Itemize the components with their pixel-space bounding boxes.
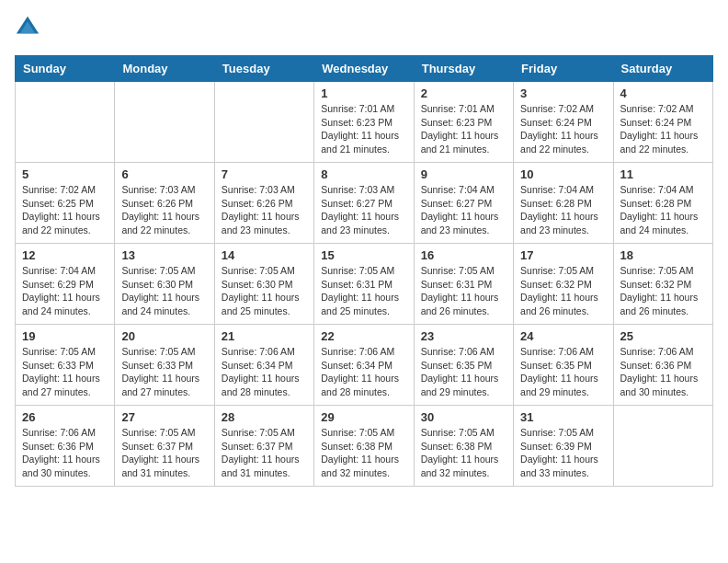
day-info: Sunrise: 7:06 AM Sunset: 6:34 PM Dayligh… — [321, 345, 406, 399]
day-info: Sunrise: 7:04 AM Sunset: 6:27 PM Dayligh… — [421, 183, 506, 237]
calendar-cell: 30Sunrise: 7:05 AM Sunset: 6:38 PM Dayli… — [414, 406, 513, 487]
day-info: Sunrise: 7:05 AM Sunset: 6:30 PM Dayligh… — [222, 264, 307, 318]
day-info: Sunrise: 7:02 AM Sunset: 6:25 PM Dayligh… — [22, 183, 108, 237]
day-info: Sunrise: 7:04 AM Sunset: 6:29 PM Dayligh… — [22, 264, 108, 318]
day-number: 10 — [520, 167, 606, 181]
day-number: 14 — [222, 248, 307, 262]
calendar-cell: 23Sunrise: 7:06 AM Sunset: 6:35 PM Dayli… — [414, 325, 513, 406]
logo — [15, 15, 44, 40]
calendar-cell: 12Sunrise: 7:04 AM Sunset: 6:29 PM Dayli… — [16, 244, 115, 325]
calendar-cell — [16, 82, 115, 163]
day-number: 24 — [520, 329, 606, 343]
calendar-cell — [214, 82, 313, 163]
weekday-header-row: SundayMondayTuesdayWednesdayThursdayFrid… — [16, 56, 713, 82]
day-info: Sunrise: 7:05 AM Sunset: 6:31 PM Dayligh… — [321, 264, 406, 318]
day-info: Sunrise: 7:05 AM Sunset: 6:39 PM Dayligh… — [520, 426, 606, 480]
calendar-cell: 13Sunrise: 7:05 AM Sunset: 6:30 PM Dayli… — [115, 244, 214, 325]
calendar-cell: 4Sunrise: 7:02 AM Sunset: 6:24 PM Daylig… — [613, 82, 712, 163]
logo-icon — [15, 15, 40, 40]
calendar-cell: 6Sunrise: 7:03 AM Sunset: 6:26 PM Daylig… — [115, 163, 214, 244]
day-number: 20 — [121, 329, 207, 343]
day-number: 11 — [620, 167, 706, 181]
calendar-cell: 10Sunrise: 7:04 AM Sunset: 6:28 PM Dayli… — [514, 163, 613, 244]
day-number: 9 — [421, 167, 506, 181]
calendar-cell: 17Sunrise: 7:05 AM Sunset: 6:32 PM Dayli… — [514, 244, 613, 325]
day-number: 1 — [321, 86, 406, 100]
day-number: 18 — [620, 248, 706, 262]
day-info: Sunrise: 7:01 AM Sunset: 6:23 PM Dayligh… — [321, 102, 406, 156]
calendar-cell: 24Sunrise: 7:06 AM Sunset: 6:35 PM Dayli… — [514, 325, 613, 406]
day-number: 28 — [222, 410, 307, 424]
calendar-cell: 26Sunrise: 7:06 AM Sunset: 6:36 PM Dayli… — [16, 406, 115, 487]
weekday-header: Sunday — [16, 56, 115, 82]
calendar-cell: 21Sunrise: 7:06 AM Sunset: 6:34 PM Dayli… — [214, 325, 313, 406]
day-number: 2 — [421, 86, 506, 100]
day-info: Sunrise: 7:06 AM Sunset: 6:35 PM Dayligh… — [520, 345, 606, 399]
calendar-table: SundayMondayTuesdayWednesdayThursdayFrid… — [15, 55, 713, 487]
week-row: 12Sunrise: 7:04 AM Sunset: 6:29 PM Dayli… — [16, 244, 713, 325]
day-number: 5 — [22, 167, 108, 181]
day-number: 22 — [321, 329, 406, 343]
weekday-header: Wednesday — [314, 56, 414, 82]
day-number: 6 — [121, 167, 207, 181]
calendar-cell: 7Sunrise: 7:03 AM Sunset: 6:26 PM Daylig… — [214, 163, 313, 244]
day-info: Sunrise: 7:03 AM Sunset: 6:27 PM Dayligh… — [321, 183, 406, 237]
page-header — [15, 15, 713, 40]
calendar-cell: 22Sunrise: 7:06 AM Sunset: 6:34 PM Dayli… — [314, 325, 414, 406]
day-info: Sunrise: 7:05 AM Sunset: 6:30 PM Dayligh… — [121, 264, 207, 318]
day-number: 16 — [421, 248, 506, 262]
day-info: Sunrise: 7:06 AM Sunset: 6:35 PM Dayligh… — [421, 345, 506, 399]
weekday-header: Monday — [115, 56, 214, 82]
calendar-cell: 11Sunrise: 7:04 AM Sunset: 6:28 PM Dayli… — [613, 163, 712, 244]
day-number: 27 — [121, 410, 207, 424]
week-row: 26Sunrise: 7:06 AM Sunset: 6:36 PM Dayli… — [16, 406, 713, 487]
day-info: Sunrise: 7:06 AM Sunset: 6:36 PM Dayligh… — [620, 345, 706, 399]
day-number: 19 — [22, 329, 108, 343]
day-info: Sunrise: 7:04 AM Sunset: 6:28 PM Dayligh… — [620, 183, 706, 237]
weekday-header: Saturday — [613, 56, 712, 82]
day-number: 12 — [22, 248, 108, 262]
day-number: 13 — [121, 248, 207, 262]
day-info: Sunrise: 7:03 AM Sunset: 6:26 PM Dayligh… — [222, 183, 307, 237]
calendar-cell: 3Sunrise: 7:02 AM Sunset: 6:24 PM Daylig… — [514, 82, 613, 163]
day-info: Sunrise: 7:04 AM Sunset: 6:28 PM Dayligh… — [520, 183, 606, 237]
week-row: 19Sunrise: 7:05 AM Sunset: 6:33 PM Dayli… — [16, 325, 713, 406]
calendar-cell: 2Sunrise: 7:01 AM Sunset: 6:23 PM Daylig… — [414, 82, 513, 163]
day-info: Sunrise: 7:05 AM Sunset: 6:31 PM Dayligh… — [421, 264, 506, 318]
calendar-cell: 19Sunrise: 7:05 AM Sunset: 6:33 PM Dayli… — [16, 325, 115, 406]
weekday-header: Friday — [514, 56, 613, 82]
calendar-cell: 1Sunrise: 7:01 AM Sunset: 6:23 PM Daylig… — [314, 82, 414, 163]
calendar-cell: 31Sunrise: 7:05 AM Sunset: 6:39 PM Dayli… — [514, 406, 613, 487]
day-number: 8 — [321, 167, 406, 181]
day-number: 17 — [520, 248, 606, 262]
calendar-cell: 5Sunrise: 7:02 AM Sunset: 6:25 PM Daylig… — [16, 163, 115, 244]
calendar-cell: 15Sunrise: 7:05 AM Sunset: 6:31 PM Dayli… — [314, 244, 414, 325]
day-info: Sunrise: 7:05 AM Sunset: 6:38 PM Dayligh… — [321, 426, 406, 480]
calendar-cell: 29Sunrise: 7:05 AM Sunset: 6:38 PM Dayli… — [314, 406, 414, 487]
week-row: 5Sunrise: 7:02 AM Sunset: 6:25 PM Daylig… — [16, 163, 713, 244]
weekday-header: Thursday — [414, 56, 513, 82]
day-number: 31 — [520, 410, 606, 424]
calendar-cell: 18Sunrise: 7:05 AM Sunset: 6:32 PM Dayli… — [613, 244, 712, 325]
calendar-cell: 14Sunrise: 7:05 AM Sunset: 6:30 PM Dayli… — [214, 244, 313, 325]
day-info: Sunrise: 7:05 AM Sunset: 6:32 PM Dayligh… — [520, 264, 606, 318]
day-info: Sunrise: 7:05 AM Sunset: 6:32 PM Dayligh… — [620, 264, 706, 318]
day-info: Sunrise: 7:05 AM Sunset: 6:37 PM Dayligh… — [222, 426, 307, 480]
day-number: 7 — [222, 167, 307, 181]
day-number: 25 — [620, 329, 706, 343]
day-info: Sunrise: 7:02 AM Sunset: 6:24 PM Dayligh… — [620, 102, 706, 156]
day-info: Sunrise: 7:06 AM Sunset: 6:36 PM Dayligh… — [22, 426, 108, 480]
day-number: 3 — [520, 86, 606, 100]
day-number: 23 — [421, 329, 506, 343]
day-number: 26 — [22, 410, 108, 424]
calendar-cell: 8Sunrise: 7:03 AM Sunset: 6:27 PM Daylig… — [314, 163, 414, 244]
day-info: Sunrise: 7:05 AM Sunset: 6:38 PM Dayligh… — [421, 426, 506, 480]
day-info: Sunrise: 7:05 AM Sunset: 6:37 PM Dayligh… — [121, 426, 207, 480]
calendar-cell: 20Sunrise: 7:05 AM Sunset: 6:33 PM Dayli… — [115, 325, 214, 406]
day-info: Sunrise: 7:03 AM Sunset: 6:26 PM Dayligh… — [121, 183, 207, 237]
calendar-cell: 27Sunrise: 7:05 AM Sunset: 6:37 PM Dayli… — [115, 406, 214, 487]
calendar-cell: 25Sunrise: 7:06 AM Sunset: 6:36 PM Dayli… — [613, 325, 712, 406]
calendar-cell: 28Sunrise: 7:05 AM Sunset: 6:37 PM Dayli… — [214, 406, 313, 487]
day-number: 15 — [321, 248, 406, 262]
calendar-cell: 9Sunrise: 7:04 AM Sunset: 6:27 PM Daylig… — [414, 163, 513, 244]
